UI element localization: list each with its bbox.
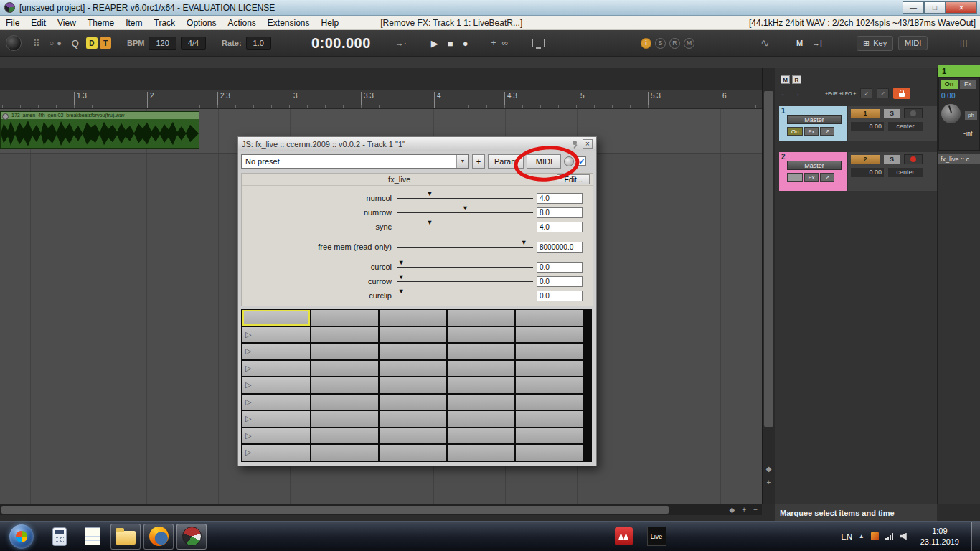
clip-cell[interactable] <box>311 428 378 444</box>
m-box-button[interactable]: M <box>781 75 790 84</box>
vzoom-in-icon[interactable]: + <box>767 479 771 486</box>
vzoom-diamond-icon[interactable]: ◆ <box>766 465 772 473</box>
volume-value[interactable]: 0.00 <box>851 168 884 177</box>
menu-item[interactable]: Item <box>120 16 148 29</box>
clip-cell[interactable] <box>242 310 310 326</box>
r-box-button[interactable]: R <box>792 75 801 84</box>
clip-cell[interactable] <box>516 310 583 326</box>
clip-cell[interactable] <box>380 411 446 427</box>
fx-slider-sync[interactable]: sync ▼ 4.0 <box>242 220 593 234</box>
clip-cell[interactable]: ▷ <box>242 395 310 410</box>
slider-thumb-icon[interactable]: ▼ <box>398 259 405 266</box>
clip-cell[interactable]: ▷ <box>242 428 310 444</box>
mixer-track-tab[interactable]: 1 <box>938 65 980 77</box>
volume-value[interactable]: 0.00 <box>851 122 884 131</box>
slider-track[interactable]: ▼ <box>397 267 533 268</box>
menu-track[interactable]: Track <box>149 16 182 29</box>
track-badge[interactable]: 1 <box>851 109 880 118</box>
clip-cell[interactable] <box>448 344 514 359</box>
start-button[interactable] <box>9 524 34 549</box>
clip-cell[interactable] <box>516 395 583 410</box>
clip-cell[interactable] <box>516 428 583 444</box>
rate-value[interactable]: 1.0 <box>246 37 271 50</box>
link-icon[interactable]: ∞ <box>502 38 509 48</box>
solo-button[interactable]: S <box>884 109 900 118</box>
mixer-on-button[interactable]: On <box>941 80 958 89</box>
track-badge[interactable]: 2 <box>851 155 880 164</box>
clip-cell[interactable] <box>516 327 583 343</box>
param-button[interactable]: Param <box>488 154 524 169</box>
slider-value[interactable]: 0.0 <box>537 276 583 287</box>
clip-cell[interactable] <box>448 445 514 461</box>
slider-thumb-icon[interactable]: ▼ <box>462 204 468 212</box>
stop-button[interactable]: ■ <box>448 38 453 49</box>
clip-cell[interactable] <box>380 428 446 444</box>
fx-close-button[interactable]: × <box>583 139 593 149</box>
track-fx-button[interactable]: Fx <box>804 173 819 182</box>
slider-track[interactable]: ▼ <box>397 247 533 248</box>
menu-extensions[interactable]: Extensions <box>262 16 316 29</box>
clip-cell[interactable] <box>311 411 378 427</box>
clip-cell[interactable] <box>380 361 446 377</box>
clip-cell[interactable]: ▷ <box>242 327 310 343</box>
track-on-button[interactable] <box>787 173 803 182</box>
network-icon[interactable] <box>885 532 893 540</box>
fx-slider-currow[interactable]: currow ▼ 0.0 <box>242 274 593 288</box>
menu-actions[interactable]: Actions <box>222 16 261 29</box>
volume-icon[interactable] <box>900 533 907 540</box>
go-to-end-icon[interactable]: →| <box>812 30 822 56</box>
mixer-fx-button[interactable]: Fx <box>960 80 976 89</box>
slider-value[interactable]: 0.0 <box>537 262 583 273</box>
clip-cell[interactable] <box>311 395 378 410</box>
wet-dry-knob[interactable] <box>564 156 574 166</box>
clip-cell[interactable]: ▷ <box>242 377 310 393</box>
seek-icon[interactable]: →· <box>395 38 407 48</box>
clip-cell[interactable] <box>516 377 583 393</box>
menu-edit[interactable]: Edit <box>25 16 52 29</box>
monitor-icon[interactable] <box>532 39 545 47</box>
fx-slider-freemem[interactable]: free mem (read-only) ▼ 8000000.0 <box>242 240 593 254</box>
horizontal-scrollbar[interactable]: ◆ + − <box>0 504 762 515</box>
track-name-button[interactable]: Master <box>787 161 842 170</box>
slider-track[interactable]: ▼ <box>397 296 533 296</box>
phase-button[interactable]: ph <box>965 111 977 120</box>
slider-thumb-icon[interactable]: ▼ <box>521 239 527 246</box>
slider-thumb-icon[interactable]: ▼ <box>398 288 405 295</box>
clip-cell[interactable] <box>448 377 514 393</box>
menu-theme[interactable]: Theme <box>82 16 120 29</box>
status-circle-i[interactable]: i <box>641 38 651 49</box>
edit-button[interactable]: Edit... <box>557 174 590 184</box>
clip-cell[interactable] <box>448 310 514 326</box>
clip-cell[interactable] <box>311 327 378 343</box>
forward-arrow-icon[interactable]: → <box>793 89 801 98</box>
vertical-scrollbar[interactable]: ◆ + − <box>762 68 775 504</box>
clip-cell[interactable] <box>311 344 378 359</box>
pin-icon[interactable] <box>571 140 580 149</box>
close-button[interactable]: × <box>946 1 977 14</box>
show-desktop-button[interactable] <box>971 522 980 551</box>
track-fx-button[interactable]: Fx <box>804 127 819 136</box>
firefox-icon[interactable] <box>143 524 174 550</box>
mixer-volume-value[interactable]: 0.00 <box>941 92 955 100</box>
mixer-fx-slot[interactable]: fx_live :: c <box>938 154 980 164</box>
pan-value[interactable]: center <box>888 122 923 131</box>
zoom-out-icon[interactable]: − <box>753 506 758 514</box>
language-indicator[interactable]: EN <box>842 532 852 541</box>
clip-cell[interactable] <box>380 344 446 359</box>
fx-slider-curcol[interactable]: curcol ▼ 0.0 <box>242 260 593 274</box>
solo-button[interactable]: S <box>884 155 900 164</box>
tcp-track-1[interactable]: 1 Master On Fx ↗ 1 S 0.00 center <box>779 106 937 141</box>
midi-button[interactable]: MIDI <box>527 154 561 169</box>
zoom-diamond-icon[interactable]: ◆ <box>730 506 735 514</box>
tray-app-icon[interactable] <box>871 532 879 540</box>
envelope-buttons[interactable]: +PdR +LFO + <box>825 91 856 96</box>
slider-value[interactable]: 8.0 <box>537 207 583 218</box>
clip-cell[interactable] <box>380 310 446 326</box>
clip-cell[interactable] <box>448 428 514 444</box>
tcp-track-2[interactable]: 2 Master Fx ↗ 2 S 0.00 center <box>779 152 937 191</box>
clip-cell[interactable]: ▷ <box>242 411 310 427</box>
slider-track[interactable]: ▼ <box>397 281 533 282</box>
vertical-scroll-thumb[interactable] <box>764 91 773 427</box>
time-signature[interactable]: 4/4 <box>181 37 206 50</box>
slider-track[interactable]: ▼ <box>397 212 533 213</box>
